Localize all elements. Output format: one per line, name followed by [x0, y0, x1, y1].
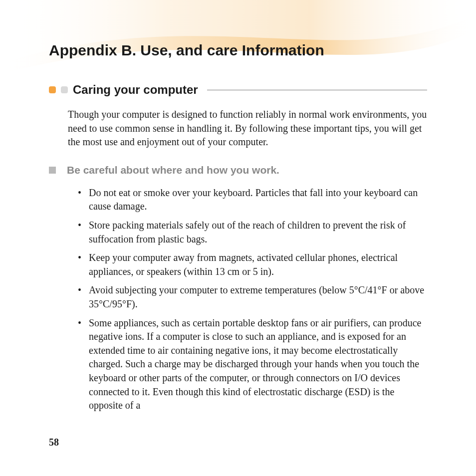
- section-intro: Though your computer is designed to func…: [68, 108, 427, 149]
- bullet-list: Do not eat or smoke over your keyboard. …: [78, 186, 427, 413]
- section-heading-row: Caring your computer: [49, 83, 427, 97]
- appendix-title: Appendix B. Use, and care Information: [49, 42, 427, 59]
- list-item: Keep your computer away from magnets, ac…: [78, 251, 427, 278]
- subsection-heading-row: Be careful about where and how you work.: [49, 164, 427, 176]
- list-item: Avoid subjecting your computer to extrem…: [78, 283, 427, 311]
- divider: [207, 89, 427, 91]
- bullet-icon: [61, 86, 68, 93]
- bullet-icon: [49, 86, 56, 93]
- list-item: Some appliances, such as certain portabl…: [78, 316, 427, 413]
- square-icon: [49, 167, 56, 174]
- subsection-title: Be careful about where and how you work.: [67, 164, 279, 176]
- section-title: Caring your computer: [73, 83, 198, 97]
- list-item: Do not eat or smoke over your keyboard. …: [78, 186, 427, 214]
- list-item: Store packing materials safely out of th…: [78, 219, 427, 246]
- page-number: 58: [49, 437, 59, 448]
